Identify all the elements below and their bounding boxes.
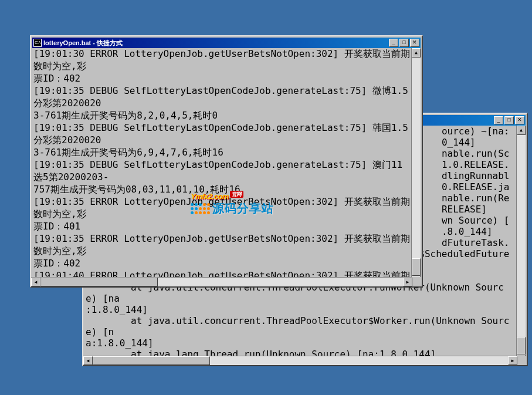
horizontal-scrollbar[interactable]: ◀ ▶ [31,277,412,286]
titlebar-buttons: _ □ ✕ [493,116,524,124]
console-output-front[interactable]: [19:01:30 ERROR LotteryOpenJob.getUserBe… [32,48,411,285]
minimize-button[interactable]: _ [389,39,398,47]
close-button[interactable]: ✕ [410,39,419,47]
window-title-front: lotteryOpen.bat - 快捷方式 [43,39,388,48]
console-line: 票ID：401 [33,221,410,233]
scroll-thumb-h[interactable] [40,278,158,286]
scroll-up-button[interactable]: ▲ [517,126,526,135]
app-icon: C:\ [33,39,42,47]
scroll-track[interactable] [517,135,526,355]
console-line: 757期生成开奖号码为08,03,11,01,10,耗时16 [33,184,410,196]
console-line: 票ID：402 [33,258,410,270]
scroll-left-button[interactable]: ◀ [83,356,93,365]
console-line: 票ID：402 [33,73,410,85]
console-line: [19:01:30 ERROR LotteryOpenJob.getUserBe… [33,48,410,73]
close-button[interactable]: ✕ [515,116,524,124]
scroll-track-h[interactable] [40,278,403,286]
console-line: [19:01:35 DEBUG SelfLotteryLastOpenCodeJ… [33,85,410,110]
vertical-scrollbar[interactable]: ▲ ▼ [411,48,421,285]
scroll-right-button[interactable]: ▶ [403,278,412,286]
console-line: at java.util.concurrent.ThreadPoolExecut… [86,315,515,337]
console-window-front: C:\ lotteryOpen.bat - 快捷方式 _ □ ✕ [19:01:… [30,35,423,288]
horizontal-scrollbar[interactable]: ◀ ▶ [83,356,517,365]
vertical-scrollbar[interactable]: ▲ ▼ [516,126,526,364]
scroll-track-h[interactable] [93,356,508,365]
scrollbar-corner [517,356,527,365]
scroll-up-button[interactable]: ▲ [412,48,421,58]
scroll-track[interactable] [412,58,421,276]
scroll-left-button[interactable]: ◀ [31,278,40,286]
console-line: [19:01:35 ERROR LotteryOpenJob.getUserBe… [33,196,410,221]
scroll-thumb-h[interactable] [93,356,210,365]
console-line: :1.8.0_144] [86,304,515,315]
scroll-right-button[interactable]: ▶ [508,356,517,365]
scrollbar-corner [412,277,422,286]
console-line: a:1.8.0_144] [86,337,515,349]
console-line: 3-761期生成开奖号码为8,2,0,4,5,耗时0 [33,110,410,122]
console-line: [19:01:35 ERROR LotteryOpenJob.getUserBe… [33,233,410,258]
minimize-button[interactable]: _ [494,116,503,124]
titlebar-front[interactable]: C:\ lotteryOpen.bat - 快捷方式 _ □ ✕ [32,38,421,48]
console-line: 3-761期生成开奖号码为6,9,4,7,6,耗时16 [33,147,410,159]
maximize-button[interactable]: □ [504,116,514,124]
console-line: [19:01:35 DEBUG SelfLotteryLastOpenCodeJ… [33,122,410,147]
scroll-thumb[interactable] [517,337,526,355]
titlebar-buttons: _ □ ✕ [388,39,419,47]
maximize-button[interactable]: □ [399,39,409,47]
console-line: [19:01:35 DEBUG SelfLotteryLastOpenCodeJ… [33,159,410,184]
scroll-thumb[interactable] [412,258,421,276]
